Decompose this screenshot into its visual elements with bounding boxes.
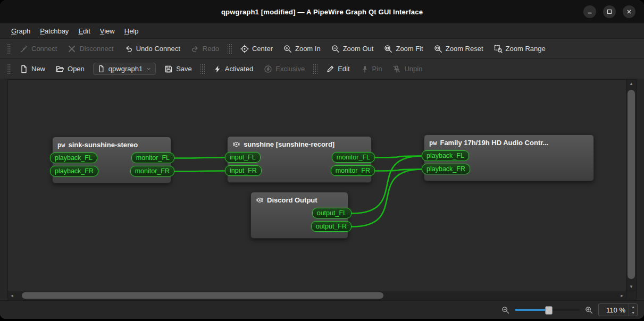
toolbar-handle[interactable] xyxy=(7,64,11,74)
undo-connect-button[interactable]: Undo Connect xyxy=(120,42,185,56)
node-header[interactable]: pwsink-sunshine-stereo xyxy=(53,137,171,150)
zoom-out-button[interactable]: Zoom Out xyxy=(327,42,379,56)
port-monitor_FL[interactable]: monitor_FL xyxy=(131,153,174,163)
connection-monitor_FR-to-input_FR[interactable] xyxy=(175,171,225,172)
toolbar-handle[interactable] xyxy=(7,44,11,54)
activated-button[interactable]: Activated xyxy=(208,62,258,76)
node-family-audio[interactable]: pwFamily 17h/19h HD Audio Contr...playba… xyxy=(424,134,594,181)
port-playback_FR[interactable]: playback_FR xyxy=(50,166,98,176)
zoom-slider[interactable] xyxy=(515,306,580,314)
toolbar-handle[interactable] xyxy=(313,64,317,74)
close-button[interactable] xyxy=(623,5,635,18)
node-header[interactable]: sunshine [sunshine-record] xyxy=(228,137,371,150)
title-bar[interactable]: qpwgraph1 [modified] — A PipeWire Graph … xyxy=(0,0,644,23)
zoom-reset-icon xyxy=(434,45,442,53)
horizontal-scrollbar[interactable]: ◂ ▸ xyxy=(7,291,626,300)
open-button[interactable]: Open xyxy=(51,62,89,76)
redo-icon xyxy=(191,45,199,53)
spin-down-button[interactable]: ▾ xyxy=(629,310,637,316)
save-icon xyxy=(164,65,173,73)
slider-fill xyxy=(515,309,548,311)
menu-edit[interactable]: Edit xyxy=(73,23,95,38)
edit-button[interactable]: Edit xyxy=(321,62,354,76)
zoom-in-button[interactable]: Zoom In xyxy=(279,42,325,56)
zoom-spinbox[interactable]: 110 % ▴ ▾ xyxy=(598,303,638,316)
port-monitor_FR[interactable]: monitor_FR xyxy=(130,166,174,176)
close-icon xyxy=(626,9,632,15)
menu-graph[interactable]: Graph xyxy=(6,23,35,38)
pin-button: Pin xyxy=(356,62,387,76)
menu-bar: GraphPatchbayEditViewHelp xyxy=(0,23,644,39)
node-discord-output[interactable]: Discord Outputoutput_FLoutput_FR xyxy=(250,192,348,239)
port-output_FL[interactable]: output_FL xyxy=(312,208,352,218)
edit-icon xyxy=(326,65,334,73)
scroll-up-button[interactable]: ▴ xyxy=(626,80,636,88)
toolbar-button-label: Center xyxy=(252,45,273,53)
unpin-button: Unpin xyxy=(388,62,427,76)
port-monitor_FL[interactable]: monitor_FL xyxy=(332,152,375,163)
node-header[interactable]: Discord Output xyxy=(251,192,348,206)
zoom-in-icon[interactable] xyxy=(585,306,593,314)
toolbar-button-label: Connect xyxy=(31,45,57,53)
port-playback_FL[interactable]: playback_FL xyxy=(422,150,469,161)
zoom-range-button[interactable]: Zoom Range xyxy=(489,42,550,56)
port-input_FR[interactable]: input_FR xyxy=(225,165,262,176)
scroll-left-button[interactable]: ◂ xyxy=(8,291,16,300)
node-sink-sunshine-stereo[interactable]: pwsink-sunshine-stereoplayback_FLmonitor… xyxy=(52,137,171,183)
node-title: sink-sunshine-stereo xyxy=(68,141,138,149)
zoom-fit-button[interactable]: Zoom Fit xyxy=(379,42,428,56)
toolbar-button-label: Zoom Range xyxy=(506,45,546,53)
scroll-down-button[interactable]: ▾ xyxy=(626,283,636,291)
connection-monitor_FL-to-input_FL[interactable] xyxy=(175,158,225,158)
port-playback_FL[interactable]: playback_FL xyxy=(50,153,97,163)
zoom-reset-button[interactable]: Zoom Reset xyxy=(429,42,488,56)
minimize-button[interactable] xyxy=(583,5,596,18)
menu-patchbay[interactable]: Patchbay xyxy=(35,23,73,38)
connection-monitor_FR-to-playback_FR[interactable] xyxy=(375,170,422,171)
pin-icon xyxy=(361,65,369,73)
main-area: pwsink-sunshine-stereoplayback_FLmonitor… xyxy=(0,79,644,300)
pipewire-icon: pw xyxy=(57,142,65,148)
toolbar-handle[interactable] xyxy=(200,64,205,74)
vertical-scrollbar[interactable]: ▴ ▾ xyxy=(626,79,637,291)
connections-layer xyxy=(8,80,626,291)
toolbar-button-label: Exclusive xyxy=(275,65,305,73)
dropdown-arrow-icon xyxy=(146,66,152,72)
center-icon xyxy=(240,45,249,53)
port-input_FL[interactable]: input_FL xyxy=(225,152,261,163)
slider-handle[interactable] xyxy=(545,306,553,315)
menu-help[interactable]: Help xyxy=(120,23,144,38)
connection-monitor_FL-to-playback_FL[interactable] xyxy=(375,156,422,158)
maximize-button[interactable] xyxy=(603,5,616,18)
open-icon xyxy=(56,65,64,73)
maximize-icon xyxy=(606,9,613,15)
port-output_FR[interactable]: output_FR xyxy=(311,221,352,232)
new-button[interactable]: New xyxy=(15,62,50,76)
scroll-right-button[interactable]: ▸ xyxy=(618,291,626,300)
vertical-scroll-thumb[interactable] xyxy=(628,90,635,279)
menu-view[interactable]: View xyxy=(95,23,120,38)
patchbay-profile-combo[interactable]: qpwgraph1 xyxy=(93,63,156,75)
spin-up-button[interactable]: ▴ xyxy=(629,304,637,310)
pipewire-icon: pw xyxy=(429,140,437,146)
center-button[interactable]: Center xyxy=(236,42,278,56)
vertical-scroll-track[interactable] xyxy=(626,88,636,283)
zoom-out-icon[interactable] xyxy=(501,306,509,314)
record-icon xyxy=(232,140,240,148)
window-title: qpwgraph1 [modified] — A PipeWire Graph … xyxy=(221,8,423,16)
unpin-icon xyxy=(392,65,401,73)
horizontal-scroll-thumb[interactable] xyxy=(22,292,383,299)
horizontal-scroll-track[interactable] xyxy=(16,291,618,300)
port-monitor_FR[interactable]: monitor_FR xyxy=(331,165,375,176)
graph-canvas[interactable]: pwsink-sunshine-stereoplayback_FLmonitor… xyxy=(7,79,626,291)
toolbar-button-label: Undo Connect xyxy=(136,45,180,53)
activated-icon xyxy=(213,65,222,73)
node-header[interactable]: pwFamily 17h/19h HD Audio Contr... xyxy=(424,135,593,148)
zoom-in-icon xyxy=(283,45,292,53)
node-sunshine[interactable]: sunshine [sunshine-record]input_FLmonito… xyxy=(227,136,372,183)
toolbar-handle[interactable] xyxy=(228,44,232,54)
toolbar-button-label: Pin xyxy=(372,65,382,73)
save-button[interactable]: Save xyxy=(160,62,197,76)
combo-value: qpwgraph1 xyxy=(108,65,143,73)
port-playback_FR[interactable]: playback_FR xyxy=(422,164,470,174)
